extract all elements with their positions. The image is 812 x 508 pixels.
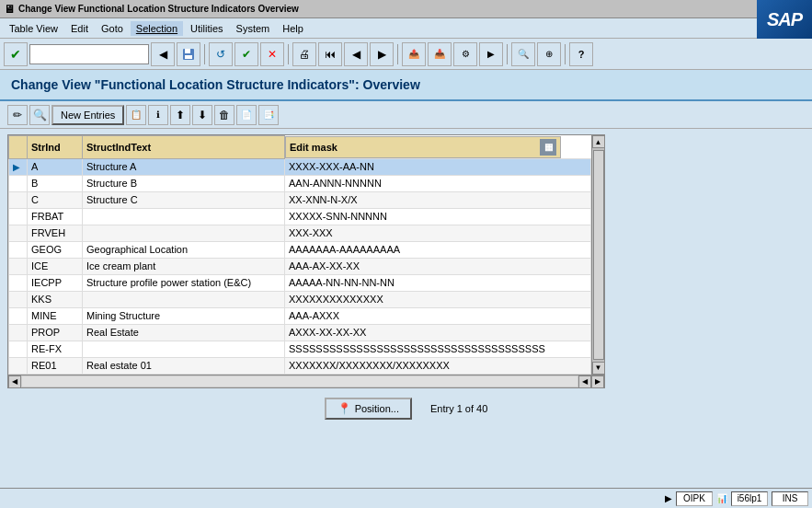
table-row[interactable]: FRBATXXXXX-SNN-NNNNN	[9, 208, 591, 225]
download-button[interactable]: 📥	[428, 42, 452, 66]
table-row[interactable]: RE01Real estate 01XXXXXXX/XXXXXXXX/XXXXX…	[9, 357, 591, 374]
status-nav-arrow[interactable]: ▶	[665, 493, 672, 503]
cell-text	[83, 208, 285, 225]
row-select-cell[interactable]	[9, 175, 28, 191]
row-select-cell[interactable]	[9, 191, 28, 208]
vertical-scrollbar[interactable]: ▲ ▼	[591, 135, 604, 375]
table-row[interactable]: CStructure CXX-XNN-N-X/X	[9, 191, 591, 208]
position-label: Position...	[355, 403, 399, 414]
scroll-down-arrow[interactable]: ▼	[592, 362, 605, 375]
row-select-cell[interactable]	[9, 208, 28, 225]
cell-text: Structure A	[83, 158, 285, 175]
cancel-button[interactable]: ✕	[260, 42, 284, 66]
save-button[interactable]	[177, 42, 200, 66]
status-icon-1: 📊	[716, 493, 727, 503]
page-header: Change View "Functional Location Structu…	[0, 70, 812, 101]
next-page-button[interactable]: ▶	[370, 42, 394, 66]
row-select-cell[interactable]	[9, 357, 28, 374]
scroll-left-arrow[interactable]: ◀	[8, 375, 21, 388]
cell-strind: FRBAT	[28, 208, 83, 225]
cell-mask: AAA-AXXX	[285, 307, 591, 324]
menu-selection[interactable]: Selection	[131, 21, 183, 36]
row-select-cell[interactable]: ▶	[9, 158, 28, 175]
horiz-scroll-track[interactable]	[21, 375, 578, 387]
move-down-icon[interactable]: ⬇	[192, 105, 212, 125]
table-row[interactable]: IECPPStructure profile power station (E&…	[9, 274, 591, 291]
cell-text: Mining Structure	[83, 307, 285, 324]
command-field[interactable]	[29, 44, 149, 64]
nav-back-button[interactable]: ◀	[151, 42, 175, 66]
row-select-cell[interactable]	[9, 241, 28, 258]
cell-mask: XXXXXXX/XXXXXXXX/XXXXXXXX	[285, 357, 591, 374]
new-entries-button[interactable]: New Entries	[51, 105, 124, 125]
check2-button[interactable]: ✔	[234, 42, 258, 66]
col-mask-header: Edit mask ▦	[285, 136, 561, 158]
cell-mask: AXXX-XX-XX-XX	[285, 324, 591, 341]
check-button[interactable]: ✔	[4, 42, 28, 66]
freeze-icon[interactable]: ▦	[540, 139, 556, 156]
upload-button[interactable]: 📤	[402, 42, 426, 66]
position-button[interactable]: 📍 Position...	[325, 398, 412, 420]
row-select-cell[interactable]	[9, 225, 28, 241]
copy-icon[interactable]: 📋	[126, 105, 146, 125]
mask-col-label: Edit mask	[290, 142, 337, 153]
table-row[interactable]: KKSXXXXXXXXXXXXXX	[9, 291, 591, 307]
window-title: Change View Functional Location Structur…	[18, 4, 299, 14]
row-select-cell[interactable]	[9, 307, 28, 324]
col-strind-header: StrInd	[28, 136, 83, 159]
toolbar: ✔ ◀ ↺ ✔ ✕ 🖨 ⏮ ◀ ▶ 📤 📥 ⚙ ▶ 🔍 ⊕ ?	[0, 39, 812, 70]
menu-system[interactable]: System	[231, 21, 276, 36]
display-icon[interactable]: 🔍	[29, 105, 50, 125]
svg-rect-2	[185, 55, 192, 59]
help-button[interactable]: ?	[569, 42, 593, 66]
scroll-right-arrow-1[interactable]: ◀	[578, 375, 591, 388]
row-select-cell[interactable]	[9, 324, 28, 341]
row-select-cell[interactable]	[9, 291, 28, 307]
scroll-thumb[interactable]	[593, 150, 604, 360]
table-row[interactable]: FRVEHXXX-XXX	[9, 225, 591, 241]
table-scroll-container[interactable]: StrInd StructIndText Edit mask ▦ ▶AStruc…	[8, 135, 591, 375]
menu-table-view[interactable]: Table View	[4, 21, 63, 36]
menu-goto[interactable]: Goto	[96, 21, 129, 36]
info-icon[interactable]: ℹ	[148, 105, 168, 125]
delete-icon[interactable]: 🗑	[214, 105, 234, 125]
execute-button[interactable]: ▶	[479, 42, 503, 66]
scroll-up-arrow[interactable]: ▲	[592, 135, 605, 148]
row-select-cell[interactable]	[9, 341, 28, 357]
table-body: ▶AStructure AXXXX-XXX-AA-NNBStructure BA…	[9, 158, 591, 374]
table-row[interactable]: BStructure BAAN-ANNN-NNNNN	[9, 175, 591, 191]
data-table-wrapper: StrInd StructIndText Edit mask ▦ ▶AStruc…	[7, 134, 605, 388]
settings-button[interactable]: ⚙	[453, 42, 477, 66]
move-up-icon[interactable]: ⬆	[170, 105, 190, 125]
table-row[interactable]: ICEIce cream plantAAA-AX-XX-XX	[9, 258, 591, 274]
col-text-header: StructIndText	[83, 136, 285, 159]
prev-page-button[interactable]: ◀	[344, 42, 368, 66]
refresh-button[interactable]: ↺	[209, 42, 233, 66]
edit-pencil-icon[interactable]: ✏	[7, 105, 28, 125]
cell-text: Real Estate	[83, 324, 285, 341]
cell-strind: PROP	[28, 324, 83, 341]
table-row[interactable]: GEOGGeographical LocationAAAAAAA-AAAAAAA…	[9, 241, 591, 258]
extend-button[interactable]: ⊕	[537, 42, 561, 66]
table-row[interactable]: ▶AStructure AXXXX-XXX-AA-NN	[9, 158, 591, 175]
scroll-right-arrow-2[interactable]: ▶	[591, 375, 604, 388]
row-select-cell[interactable]	[9, 258, 28, 274]
menu-help[interactable]: Help	[277, 21, 309, 36]
menu-utilities[interactable]: Utilities	[185, 21, 228, 36]
table-row[interactable]: MINEMining StructureAAA-AXXX	[9, 307, 591, 324]
table-row[interactable]: PROPReal EstateAXXX-XX-XX-XX	[9, 324, 591, 341]
print-button[interactable]: 🖨	[292, 42, 316, 66]
data-table: StrInd StructIndText Edit mask ▦ ▶AStruc…	[8, 135, 591, 375]
cell-strind: GEOG	[28, 241, 83, 258]
table-row[interactable]: RE-FXSSSSSSSSSSSSSSSSSSSSSSSSSSSSSSSSSSS…	[9, 341, 591, 357]
save-icon	[182, 48, 195, 61]
menu-edit[interactable]: Edit	[65, 21, 94, 36]
horizontal-scrollbar[interactable]: ◀ ◀ ▶	[8, 375, 604, 387]
find-button[interactable]: 🔍	[511, 42, 535, 66]
doc-icon[interactable]: 📄	[236, 105, 257, 125]
first-page-button[interactable]: ⏮	[318, 42, 342, 66]
status-field-oipk: OIPK	[676, 491, 713, 506]
cell-text: Geographical Location	[83, 241, 285, 258]
row-select-cell[interactable]	[9, 274, 28, 291]
multi-doc-icon[interactable]: 📑	[258, 105, 279, 125]
